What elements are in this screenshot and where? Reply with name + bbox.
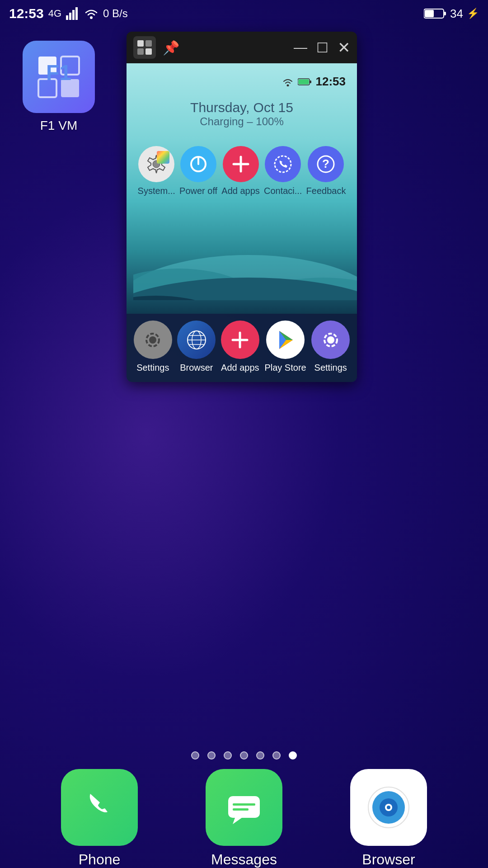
play-store-icon xyxy=(274,328,297,352)
page-dot-6[interactable] xyxy=(272,751,281,760)
svg-point-18 xyxy=(286,84,289,86)
status-time: 12:53 xyxy=(9,6,44,21)
browser-label: Browser xyxy=(362,851,415,868)
globe-icon xyxy=(185,328,208,352)
svg-text:F1: F1 xyxy=(46,61,71,85)
qa-power[interactable]: Power off xyxy=(179,146,217,196)
vm-time: 12:53 xyxy=(316,75,346,89)
phone-icon xyxy=(61,769,138,846)
dock-settings2-label: Settings xyxy=(314,363,347,373)
page-dot-2[interactable] xyxy=(207,751,216,760)
data-speed: 0 B/s xyxy=(103,7,128,20)
vm-date: Thursday, Oct 15 xyxy=(133,100,350,115)
svg-point-36 xyxy=(149,336,156,344)
qa-system[interactable]: System... xyxy=(138,146,175,196)
svg-rect-15 xyxy=(137,48,144,55)
messages-app[interactable]: Messages xyxy=(206,769,282,868)
qa-contacts[interactable]: Contaci... xyxy=(264,146,302,196)
grid-icon xyxy=(136,39,153,56)
svg-text:?: ? xyxy=(323,157,330,170)
qa-system-icon xyxy=(138,146,174,182)
battery-percent: 34 xyxy=(450,7,463,21)
qa-power-label: Power off xyxy=(179,186,217,196)
dock-browser-label: Browser xyxy=(180,363,213,373)
dock-playstore-icon xyxy=(266,321,305,359)
vm-status-bar: 12:53 xyxy=(133,72,350,91)
dock-settings2[interactable]: Settings xyxy=(311,321,350,373)
f1vm-desktop-icon[interactable]: F1 F1 VM xyxy=(23,41,95,133)
svg-point-49 xyxy=(327,336,334,344)
dock-settings-label: Settings xyxy=(136,363,169,373)
charging-icon: ⚡ xyxy=(467,8,479,19)
svg-rect-2 xyxy=(72,10,75,20)
plus-icon xyxy=(229,329,251,351)
qa-power-icon xyxy=(180,146,216,182)
page-dot-1[interactable] xyxy=(191,751,199,760)
svg-point-59 xyxy=(387,806,390,809)
svg-rect-21 xyxy=(298,79,309,84)
gear2-icon xyxy=(319,329,342,351)
svg-rect-6 xyxy=(444,12,446,15)
minimize-button[interactable]: — xyxy=(294,40,307,55)
dock-browser-icon xyxy=(177,321,216,359)
titlebar-app-icon xyxy=(133,36,156,59)
browser-icon xyxy=(350,769,427,846)
qa-feedback-label: Feedback xyxy=(306,186,346,196)
qa-feedback[interactable]: ? Feedback xyxy=(306,146,346,196)
messages-svg xyxy=(224,787,264,828)
phone-label: Phone xyxy=(79,851,121,868)
messages-label: Messages xyxy=(211,851,277,868)
status-bar: 12:53 4G 0 B/s 34 ⚡ xyxy=(0,0,488,27)
qa-contacts-label: Contaci... xyxy=(264,186,302,196)
f1vm-logo: F1 xyxy=(34,52,84,102)
status-right: 34 ⚡ xyxy=(424,7,479,21)
svg-rect-1 xyxy=(69,13,71,20)
dock-settings-icon xyxy=(134,321,172,359)
page-dot-5[interactable] xyxy=(256,751,264,760)
dock-addapps-label: Add apps xyxy=(221,363,259,373)
svg-rect-20 xyxy=(310,80,311,83)
window-titlebar: 📌 — ☐ ✕ xyxy=(127,32,357,63)
svg-marker-52 xyxy=(233,818,242,824)
f1vm-label: F1 VM xyxy=(40,118,77,133)
svg-rect-54 xyxy=(233,808,249,811)
browser-svg xyxy=(364,783,413,832)
add-icon xyxy=(230,153,252,175)
svg-point-4 xyxy=(90,16,93,19)
qa-addapps[interactable]: Add apps xyxy=(221,146,260,196)
vm-wifi-icon xyxy=(282,77,293,86)
landscape-svg xyxy=(133,210,357,300)
titlebar-controls: — ☐ ✕ xyxy=(294,38,350,57)
dock-settings2-icon xyxy=(311,321,350,359)
page-dots xyxy=(0,751,488,760)
svg-rect-0 xyxy=(66,15,68,20)
pin-icon[interactable]: 📌 xyxy=(163,40,179,56)
page-dot-3[interactable] xyxy=(224,751,232,760)
status-left: 12:53 4G 0 B/s xyxy=(9,6,128,21)
wifi-icon xyxy=(84,7,99,20)
close-button[interactable]: ✕ xyxy=(338,38,350,57)
phone-svg xyxy=(79,787,120,828)
landscape-area xyxy=(133,210,350,300)
bottom-dock: Phone Messages Browser xyxy=(0,769,488,868)
svg-rect-3 xyxy=(75,7,78,20)
qa-feedback-icon: ? xyxy=(308,146,344,182)
question-icon: ? xyxy=(316,154,336,174)
page-dot-7[interactable] xyxy=(289,751,297,760)
svg-rect-51 xyxy=(228,796,260,818)
phone-app[interactable]: Phone xyxy=(61,769,138,868)
gear-icon xyxy=(141,329,164,351)
dock-addapps-icon xyxy=(221,321,259,359)
dock-settings[interactable]: Settings xyxy=(134,321,172,373)
dock-browser[interactable]: Browser xyxy=(177,321,216,373)
svg-rect-13 xyxy=(137,40,144,47)
battery-icon xyxy=(424,8,446,19)
date-display: Thursday, Oct 15 Charging – 100% xyxy=(133,100,350,128)
dock-addapps[interactable]: Add apps xyxy=(221,321,259,373)
dock-playstore[interactable]: Play Store xyxy=(264,321,306,373)
vm-battery-icon xyxy=(298,78,311,86)
maximize-button[interactable]: ☐ xyxy=(316,40,328,56)
browser-app[interactable]: Browser xyxy=(350,769,427,868)
page-dot-4[interactable] xyxy=(240,751,248,760)
window-content: 12:53 Thursday, Oct 15 Charging – 100% S… xyxy=(127,63,357,314)
